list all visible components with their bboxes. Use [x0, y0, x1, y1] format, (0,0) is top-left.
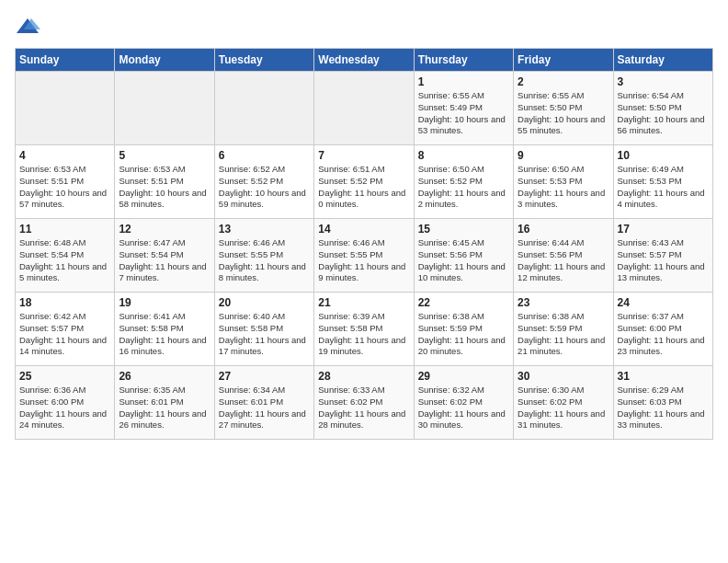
- day-info: Sunrise: 6:50 AM Sunset: 5:53 PM Dayligh…: [518, 164, 609, 211]
- calendar-cell: 1Sunrise: 6:55 AM Sunset: 5:49 PM Daylig…: [414, 72, 513, 145]
- day-info: Sunrise: 6:36 AM Sunset: 6:00 PM Dayligh…: [19, 385, 110, 431]
- day-number: 18: [19, 296, 110, 309]
- day-number: 9: [518, 149, 609, 162]
- weekday-header-thursday: Thursday: [414, 49, 513, 72]
- day-number: 12: [119, 223, 210, 236]
- day-info: Sunrise: 6:32 AM Sunset: 6:02 PM Dayligh…: [418, 385, 509, 431]
- day-number: 19: [119, 296, 210, 309]
- day-number: 24: [618, 296, 709, 309]
- day-info: Sunrise: 6:53 AM Sunset: 5:51 PM Dayligh…: [19, 164, 110, 211]
- day-number: 13: [219, 223, 310, 236]
- day-number: 4: [19, 149, 110, 162]
- calendar-cell: 24Sunrise: 6:37 AM Sunset: 6:00 PM Dayli…: [613, 293, 712, 366]
- day-number: 1: [418, 75, 509, 88]
- calendar-cell: 31Sunrise: 6:29 AM Sunset: 6:03 PM Dayli…: [613, 366, 712, 440]
- calendar-cell: 2Sunrise: 6:55 AM Sunset: 5:50 PM Daylig…: [514, 72, 613, 145]
- day-info: Sunrise: 6:29 AM Sunset: 6:03 PM Dayligh…: [618, 385, 709, 431]
- calendar-cell: 13Sunrise: 6:46 AM Sunset: 5:55 PM Dayli…: [214, 219, 313, 293]
- calendar-week-5: 25Sunrise: 6:36 AM Sunset: 6:00 PM Dayli…: [16, 366, 713, 440]
- day-info: Sunrise: 6:44 AM Sunset: 5:56 PM Dayligh…: [518, 237, 609, 284]
- day-number: 14: [318, 223, 409, 236]
- calendar-cell: 11Sunrise: 6:48 AM Sunset: 5:54 PM Dayli…: [16, 219, 115, 293]
- day-info: Sunrise: 6:41 AM Sunset: 5:58 PM Dayligh…: [119, 311, 210, 358]
- day-info: Sunrise: 6:52 AM Sunset: 5:52 PM Dayligh…: [219, 164, 310, 211]
- calendar-cell: 5Sunrise: 6:53 AM Sunset: 5:51 PM Daylig…: [115, 145, 214, 219]
- day-info: Sunrise: 6:50 AM Sunset: 5:52 PM Dayligh…: [418, 164, 509, 211]
- day-info: Sunrise: 6:53 AM Sunset: 5:51 PM Dayligh…: [119, 164, 210, 211]
- calendar-week-1: 1Sunrise: 6:55 AM Sunset: 5:49 PM Daylig…: [16, 72, 713, 145]
- day-number: 23: [518, 296, 609, 309]
- day-number: 11: [19, 223, 110, 236]
- day-info: Sunrise: 6:38 AM Sunset: 5:59 PM Dayligh…: [518, 311, 609, 358]
- calendar-cell: 23Sunrise: 6:38 AM Sunset: 5:59 PM Dayli…: [514, 293, 613, 366]
- day-number: 25: [19, 370, 110, 383]
- calendar-cell: 19Sunrise: 6:41 AM Sunset: 5:58 PM Dayli…: [115, 293, 214, 366]
- day-info: Sunrise: 6:37 AM Sunset: 6:00 PM Dayligh…: [618, 311, 709, 358]
- weekday-header-wednesday: Wednesday: [314, 49, 414, 72]
- calendar-cell: 20Sunrise: 6:40 AM Sunset: 5:58 PM Dayli…: [214, 293, 313, 366]
- logo-icon: [15, 15, 40, 40]
- day-number: 21: [318, 296, 409, 309]
- calendar-cell: 26Sunrise: 6:35 AM Sunset: 6:01 PM Dayli…: [115, 366, 214, 440]
- calendar-cell: [115, 72, 214, 145]
- calendar-cell: [314, 72, 414, 145]
- day-number: 10: [618, 149, 709, 162]
- day-info: Sunrise: 6:46 AM Sunset: 5:55 PM Dayligh…: [219, 237, 310, 284]
- calendar-cell: 30Sunrise: 6:30 AM Sunset: 6:02 PM Dayli…: [514, 366, 613, 440]
- day-info: Sunrise: 6:47 AM Sunset: 5:54 PM Dayligh…: [119, 237, 210, 284]
- calendar-cell: 9Sunrise: 6:50 AM Sunset: 5:53 PM Daylig…: [514, 145, 613, 219]
- day-info: Sunrise: 6:55 AM Sunset: 5:50 PM Dayligh…: [518, 90, 609, 137]
- day-info: Sunrise: 6:40 AM Sunset: 5:58 PM Dayligh…: [219, 311, 310, 358]
- day-number: 16: [518, 223, 609, 236]
- logo: [15, 15, 44, 40]
- calendar-cell: [16, 72, 115, 145]
- day-info: Sunrise: 6:30 AM Sunset: 6:02 PM Dayligh…: [518, 385, 609, 431]
- weekday-header-saturday: Saturday: [613, 49, 712, 72]
- day-number: 6: [219, 149, 310, 162]
- calendar-week-4: 18Sunrise: 6:42 AM Sunset: 5:57 PM Dayli…: [16, 293, 713, 366]
- day-number: 31: [618, 370, 709, 383]
- day-number: 27: [219, 370, 310, 383]
- day-number: 2: [518, 75, 609, 88]
- day-info: Sunrise: 6:46 AM Sunset: 5:55 PM Dayligh…: [318, 237, 409, 284]
- calendar-table: SundayMondayTuesdayWednesdayThursdayFrid…: [15, 48, 713, 440]
- weekday-header-sunday: Sunday: [16, 49, 115, 72]
- day-info: Sunrise: 6:34 AM Sunset: 6:01 PM Dayligh…: [219, 385, 310, 431]
- day-number: 26: [119, 370, 210, 383]
- calendar-header: SundayMondayTuesdayWednesdayThursdayFrid…: [16, 49, 713, 72]
- day-number: 7: [318, 149, 409, 162]
- weekday-header-tuesday: Tuesday: [214, 49, 313, 72]
- day-info: Sunrise: 6:48 AM Sunset: 5:54 PM Dayligh…: [19, 237, 110, 284]
- calendar-cell: 14Sunrise: 6:46 AM Sunset: 5:55 PM Dayli…: [314, 219, 414, 293]
- calendar-body: 1Sunrise: 6:55 AM Sunset: 5:49 PM Daylig…: [16, 72, 713, 440]
- calendar-cell: [214, 72, 313, 145]
- day-number: 8: [418, 149, 509, 162]
- weekday-header-monday: Monday: [115, 49, 214, 72]
- calendar-cell: 18Sunrise: 6:42 AM Sunset: 5:57 PM Dayli…: [16, 293, 115, 366]
- day-info: Sunrise: 6:38 AM Sunset: 5:59 PM Dayligh…: [418, 311, 509, 358]
- calendar-cell: 29Sunrise: 6:32 AM Sunset: 6:02 PM Dayli…: [414, 366, 513, 440]
- page-header: [15, 15, 713, 40]
- calendar-cell: 16Sunrise: 6:44 AM Sunset: 5:56 PM Dayli…: [514, 219, 613, 293]
- day-number: 22: [418, 296, 509, 309]
- calendar-cell: 3Sunrise: 6:54 AM Sunset: 5:50 PM Daylig…: [613, 72, 712, 145]
- calendar-cell: 12Sunrise: 6:47 AM Sunset: 5:54 PM Dayli…: [115, 219, 214, 293]
- day-number: 5: [119, 149, 210, 162]
- day-number: 3: [618, 75, 709, 88]
- day-number: 20: [219, 296, 310, 309]
- calendar-cell: 7Sunrise: 6:51 AM Sunset: 5:52 PM Daylig…: [314, 145, 414, 219]
- calendar-cell: 10Sunrise: 6:49 AM Sunset: 5:53 PM Dayli…: [613, 145, 712, 219]
- day-info: Sunrise: 6:45 AM Sunset: 5:56 PM Dayligh…: [418, 237, 509, 284]
- calendar-cell: 28Sunrise: 6:33 AM Sunset: 6:02 PM Dayli…: [314, 366, 414, 440]
- day-info: Sunrise: 6:43 AM Sunset: 5:57 PM Dayligh…: [618, 237, 709, 284]
- day-info: Sunrise: 6:55 AM Sunset: 5:49 PM Dayligh…: [418, 90, 509, 137]
- weekday-header-friday: Friday: [514, 49, 613, 72]
- day-number: 15: [418, 223, 509, 236]
- calendar-cell: 22Sunrise: 6:38 AM Sunset: 5:59 PM Dayli…: [414, 293, 513, 366]
- day-info: Sunrise: 6:49 AM Sunset: 5:53 PM Dayligh…: [618, 164, 709, 211]
- calendar-cell: 4Sunrise: 6:53 AM Sunset: 5:51 PM Daylig…: [16, 145, 115, 219]
- day-number: 30: [518, 370, 609, 383]
- calendar-cell: 8Sunrise: 6:50 AM Sunset: 5:52 PM Daylig…: [414, 145, 513, 219]
- calendar-cell: 6Sunrise: 6:52 AM Sunset: 5:52 PM Daylig…: [214, 145, 313, 219]
- day-number: 28: [318, 370, 409, 383]
